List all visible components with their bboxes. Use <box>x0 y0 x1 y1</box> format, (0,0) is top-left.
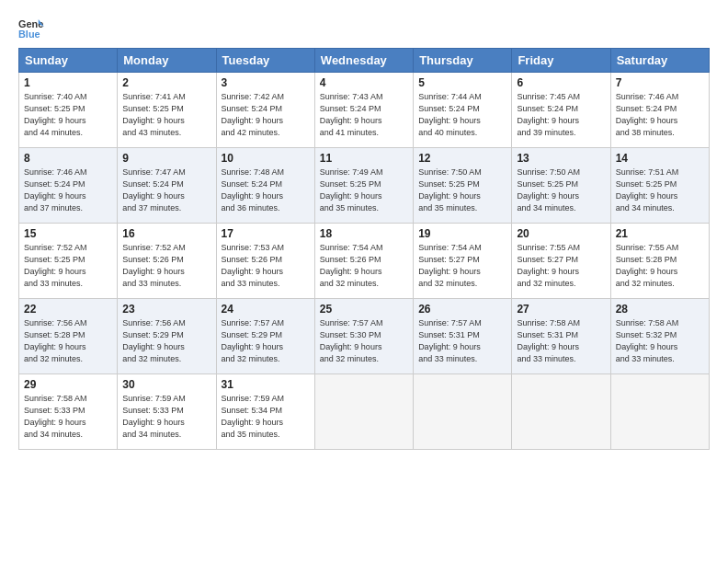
calendar-cell: 27Sunrise: 7:58 AMSunset: 5:31 PMDayligh… <box>512 299 610 374</box>
day-info: Sunrise: 7:58 AMSunset: 5:33 PMDaylight:… <box>24 393 112 441</box>
day-number: 18 <box>320 227 408 240</box>
header: General Blue <box>18 17 710 42</box>
day-info: Sunrise: 7:54 AMSunset: 5:26 PMDaylight:… <box>320 242 408 290</box>
calendar-cell: 31Sunrise: 7:59 AMSunset: 5:34 PMDayligh… <box>216 374 314 450</box>
calendar-cell: 25Sunrise: 7:57 AMSunset: 5:30 PMDayligh… <box>314 299 413 374</box>
day-info: Sunrise: 7:56 AMSunset: 5:29 PMDaylight:… <box>122 317 210 365</box>
calendar-cell <box>314 374 413 450</box>
calendar-week-row: 15Sunrise: 7:52 AMSunset: 5:25 PMDayligh… <box>19 224 710 299</box>
calendar-cell <box>610 374 709 450</box>
calendar-cell: 29Sunrise: 7:58 AMSunset: 5:33 PMDayligh… <box>19 374 118 450</box>
day-number: 16 <box>122 227 210 240</box>
svg-text:Blue: Blue <box>18 29 40 40</box>
day-info: Sunrise: 7:57 AMSunset: 5:30 PMDaylight:… <box>320 317 408 365</box>
calendar-container: General Blue SundayMondayTuesdayWednesda… <box>0 0 728 459</box>
calendar-cell: 5Sunrise: 7:44 AMSunset: 5:24 PMDaylight… <box>414 73 512 148</box>
day-number: 27 <box>517 303 605 316</box>
day-info: Sunrise: 7:58 AMSunset: 5:31 PMDaylight:… <box>517 317 605 365</box>
day-number: 19 <box>418 227 506 240</box>
weekday-header-thursday: Thursday <box>414 49 512 73</box>
calendar-cell: 7Sunrise: 7:46 AMSunset: 5:24 PMDaylight… <box>610 73 709 148</box>
day-info: Sunrise: 7:46 AMSunset: 5:24 PMDaylight:… <box>616 91 704 139</box>
day-info: Sunrise: 7:52 AMSunset: 5:26 PMDaylight:… <box>122 242 210 290</box>
calendar-week-row: 8Sunrise: 7:46 AMSunset: 5:24 PMDaylight… <box>19 148 710 224</box>
day-info: Sunrise: 7:59 AMSunset: 5:34 PMDaylight:… <box>222 393 310 441</box>
calendar-week-row: 29Sunrise: 7:58 AMSunset: 5:33 PMDayligh… <box>19 374 710 450</box>
day-number: 24 <box>222 303 310 316</box>
calendar-cell: 23Sunrise: 7:56 AMSunset: 5:29 PMDayligh… <box>118 299 216 374</box>
weekday-header-monday: Monday <box>118 49 216 73</box>
day-info: Sunrise: 7:50 AMSunset: 5:25 PMDaylight:… <box>418 167 506 214</box>
day-info: Sunrise: 7:43 AMSunset: 5:24 PMDaylight:… <box>320 91 408 139</box>
day-number: 9 <box>122 152 210 165</box>
logo-icon: General Blue <box>18 17 44 42</box>
calendar-cell: 18Sunrise: 7:54 AMSunset: 5:26 PMDayligh… <box>314 224 413 299</box>
day-number: 2 <box>122 76 210 89</box>
calendar-cell: 16Sunrise: 7:52 AMSunset: 5:26 PMDayligh… <box>118 224 216 299</box>
calendar-cell: 9Sunrise: 7:47 AMSunset: 5:24 PMDaylight… <box>118 148 216 224</box>
calendar-cell: 1Sunrise: 7:40 AMSunset: 5:25 PMDaylight… <box>19 73 118 148</box>
day-number: 17 <box>222 227 310 240</box>
day-info: Sunrise: 7:52 AMSunset: 5:25 PMDaylight:… <box>24 242 112 290</box>
calendar-table: SundayMondayTuesdayWednesdayThursdayFrid… <box>18 48 710 450</box>
day-info: Sunrise: 7:54 AMSunset: 5:27 PMDaylight:… <box>418 242 506 290</box>
day-number: 13 <box>517 152 605 165</box>
day-info: Sunrise: 7:45 AMSunset: 5:24 PMDaylight:… <box>517 91 605 139</box>
day-number: 25 <box>320 303 408 316</box>
calendar-cell: 10Sunrise: 7:48 AMSunset: 5:24 PMDayligh… <box>216 148 314 224</box>
day-number: 10 <box>222 152 310 165</box>
day-number: 29 <box>24 378 112 391</box>
calendar-cell: 3Sunrise: 7:42 AMSunset: 5:24 PMDaylight… <box>216 73 314 148</box>
calendar-cell: 12Sunrise: 7:50 AMSunset: 5:25 PMDayligh… <box>414 148 512 224</box>
day-info: Sunrise: 7:55 AMSunset: 5:27 PMDaylight:… <box>517 242 605 290</box>
calendar-cell: 30Sunrise: 7:59 AMSunset: 5:33 PMDayligh… <box>118 374 216 450</box>
day-number: 6 <box>517 76 605 89</box>
calendar-week-row: 1Sunrise: 7:40 AMSunset: 5:25 PMDaylight… <box>19 73 710 148</box>
day-number: 31 <box>222 378 310 391</box>
calendar-cell: 20Sunrise: 7:55 AMSunset: 5:27 PMDayligh… <box>512 224 610 299</box>
day-info: Sunrise: 7:57 AMSunset: 5:31 PMDaylight:… <box>418 317 506 365</box>
day-info: Sunrise: 7:47 AMSunset: 5:24 PMDaylight:… <box>122 167 210 214</box>
day-number: 4 <box>320 76 408 89</box>
weekday-header-sunday: Sunday <box>19 49 118 73</box>
day-number: 8 <box>24 152 112 165</box>
day-number: 20 <box>517 227 605 240</box>
calendar-cell: 28Sunrise: 7:58 AMSunset: 5:32 PMDayligh… <box>610 299 709 374</box>
day-info: Sunrise: 7:46 AMSunset: 5:24 PMDaylight:… <box>24 167 112 214</box>
calendar-cell: 2Sunrise: 7:41 AMSunset: 5:25 PMDaylight… <box>118 73 216 148</box>
day-info: Sunrise: 7:59 AMSunset: 5:33 PMDaylight:… <box>122 393 210 441</box>
day-info: Sunrise: 7:49 AMSunset: 5:25 PMDaylight:… <box>320 167 408 214</box>
day-number: 22 <box>24 303 112 316</box>
weekday-header-saturday: Saturday <box>610 49 709 73</box>
day-info: Sunrise: 7:58 AMSunset: 5:32 PMDaylight:… <box>616 317 704 365</box>
weekday-header-tuesday: Tuesday <box>216 49 314 73</box>
day-number: 15 <box>24 227 112 240</box>
day-info: Sunrise: 7:56 AMSunset: 5:28 PMDaylight:… <box>24 317 112 365</box>
day-number: 23 <box>122 303 210 316</box>
calendar-cell: 13Sunrise: 7:50 AMSunset: 5:25 PMDayligh… <box>512 148 610 224</box>
day-info: Sunrise: 7:53 AMSunset: 5:26 PMDaylight:… <box>222 242 310 290</box>
weekday-header-wednesday: Wednesday <box>314 49 413 73</box>
calendar-cell: 21Sunrise: 7:55 AMSunset: 5:28 PMDayligh… <box>610 224 709 299</box>
day-info: Sunrise: 7:55 AMSunset: 5:28 PMDaylight:… <box>616 242 704 290</box>
calendar-cell: 17Sunrise: 7:53 AMSunset: 5:26 PMDayligh… <box>216 224 314 299</box>
day-number: 21 <box>616 227 704 240</box>
calendar-cell: 14Sunrise: 7:51 AMSunset: 5:25 PMDayligh… <box>610 148 709 224</box>
logo: General Blue <box>18 17 44 42</box>
day-info: Sunrise: 7:44 AMSunset: 5:24 PMDaylight:… <box>418 91 506 139</box>
day-number: 7 <box>616 76 704 89</box>
day-info: Sunrise: 7:41 AMSunset: 5:25 PMDaylight:… <box>122 91 210 139</box>
day-info: Sunrise: 7:57 AMSunset: 5:29 PMDaylight:… <box>222 317 310 365</box>
day-number: 5 <box>418 76 506 89</box>
day-number: 11 <box>320 152 408 165</box>
day-number: 30 <box>122 378 210 391</box>
day-info: Sunrise: 7:42 AMSunset: 5:24 PMDaylight:… <box>222 91 310 139</box>
calendar-cell: 4Sunrise: 7:43 AMSunset: 5:24 PMDaylight… <box>314 73 413 148</box>
calendar-cell <box>512 374 610 450</box>
calendar-week-row: 22Sunrise: 7:56 AMSunset: 5:28 PMDayligh… <box>19 299 710 374</box>
weekday-header-row: SundayMondayTuesdayWednesdayThursdayFrid… <box>19 49 710 73</box>
day-number: 14 <box>616 152 704 165</box>
day-number: 28 <box>616 303 704 316</box>
calendar-cell <box>414 374 512 450</box>
day-info: Sunrise: 7:40 AMSunset: 5:25 PMDaylight:… <box>24 91 112 139</box>
